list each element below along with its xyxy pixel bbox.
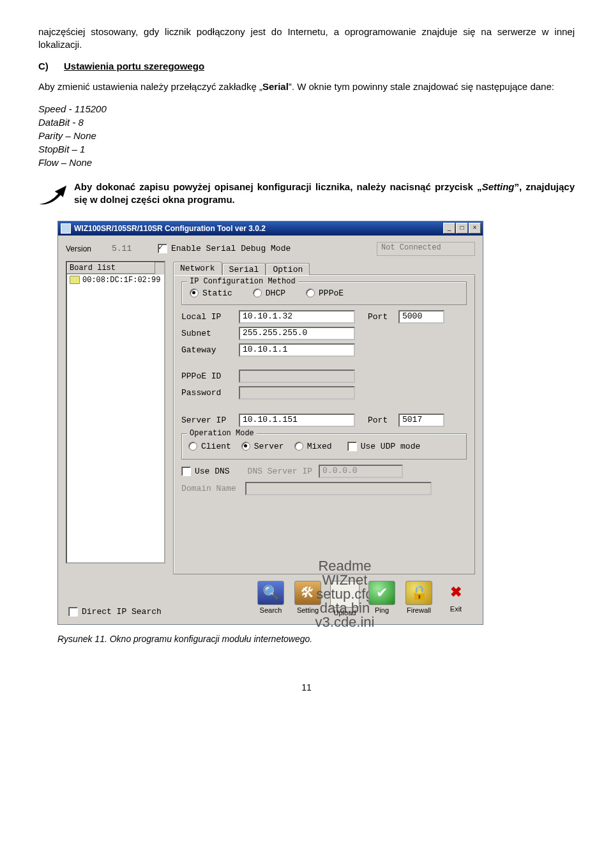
section-heading: C) Ustawienia portu szeregowego — [38, 61, 575, 71]
tab-network[interactable]: Network — [173, 262, 222, 275]
input-password[interactable] — [239, 386, 355, 400]
exit-icon: ✖ — [443, 581, 469, 604]
tab-panel-network: IP Configuration Method Static DHCP PPPo… — [173, 274, 475, 574]
radio-server-label: Server — [254, 442, 284, 451]
group-operation-mode: Operation Mode Client Server Mixed Use U… — [181, 433, 467, 460]
search-label: Search — [254, 606, 287, 614]
label-pppoe-id: PPPoE ID — [181, 371, 239, 381]
board-list-item[interactable]: 00:08:DC:1F:02:99 — [67, 274, 164, 286]
radio-dhcp-label: DHCP — [266, 288, 285, 298]
enable-debug-checkbox[interactable]: Enable Serial Debug Mode — [158, 244, 291, 253]
radio-icon — [253, 288, 262, 297]
search-button[interactable]: 🔍 Search — [254, 581, 287, 617]
ping-icon: ✔ — [368, 581, 395, 605]
radio-mixed-label: Mixed — [307, 442, 332, 451]
exit-button[interactable]: ✖ Exit — [439, 581, 473, 617]
text-pre: Aby zmienić ustawienia należy przełączyć… — [38, 81, 262, 92]
checkbox-icon — [181, 467, 191, 476]
radio-icon — [190, 288, 199, 297]
checkbox-icon — [68, 607, 78, 617]
upload-icon: ReadmeWIZnetsetup.cfgdata.binv3.cde.ini — [330, 581, 359, 608]
label-server-ip: Server IP — [181, 415, 239, 425]
input-subnet[interactable]: 255.255.255.0 — [239, 327, 355, 340]
note-row: Aby dokonać zapisu powyżej opisanej konf… — [38, 181, 575, 207]
checkbox-icon — [158, 244, 167, 253]
setting-speed: Speed - 115200 — [38, 102, 575, 116]
setting-parity: Parity – None — [38, 129, 575, 142]
paragraph-intro: najczęściej stosowany, gdy licznik podłą… — [38, 26, 575, 52]
serial-settings-list: Speed - 115200 DataBit - 8 Parity – None… — [38, 102, 575, 169]
connection-status: Not Connected — [377, 242, 475, 256]
udp-label: Use UDP mode — [361, 442, 421, 451]
note-pre: Aby dokonać zapisu powyżej opisanej konf… — [74, 181, 482, 192]
radio-icon — [241, 442, 250, 451]
input-domain-name[interactable] — [245, 482, 432, 495]
input-dns-ip[interactable]: 0.0.0.0 — [319, 465, 403, 478]
window-title: WIZ100SR/105SR/110SR Configuration Tool … — [74, 224, 443, 233]
figure-caption: Rysunek 11. Okno programu konfiguracji m… — [57, 634, 575, 644]
app-icon — [61, 223, 71, 234]
checkbox-icon — [347, 442, 357, 451]
input-server-ip[interactable]: 10.10.1.151 — [239, 414, 355, 427]
label-local-ip: Local IP — [181, 312, 239, 322]
label-domain-name: Domain Name — [181, 484, 239, 493]
setting-databit: DataBit - 8 — [38, 116, 575, 129]
radio-pppoe-label: PPPoE — [319, 288, 344, 298]
input-server-port[interactable]: 5017 — [398, 414, 444, 427]
caption-rest: programu konfiguracji modułu internetowe… — [133, 634, 312, 644]
input-local-ip[interactable]: 10.10.1.32 — [239, 310, 355, 324]
board-list[interactable]: Board list 00:08:DC:1F:02:99 — [66, 261, 165, 564]
page-number: 11 — [38, 682, 575, 692]
board-list-header: Board list — [67, 262, 164, 274]
label-password: Password — [181, 388, 239, 398]
tabs: Network Serial Option — [173, 262, 475, 275]
radio-icon — [306, 288, 315, 297]
input-pppoe-id[interactable] — [239, 370, 355, 383]
setting-stopbit: StopBit – 1 — [38, 142, 575, 156]
arrow-icon — [38, 183, 68, 207]
version-value: 5.11 — [112, 244, 149, 253]
radio-static[interactable]: Static — [190, 288, 232, 298]
tab-option[interactable]: Option — [266, 263, 310, 275]
direct-ip-label: Direct IP Search — [82, 607, 162, 617]
radio-static-label: Static — [202, 288, 232, 298]
radio-server[interactable]: Server — [241, 442, 284, 451]
radio-client[interactable]: Client — [188, 442, 231, 451]
label-subnet: Subnet — [181, 329, 239, 338]
close-button[interactable]: × — [469, 223, 481, 234]
label-server-port: Port — [368, 415, 398, 425]
label-port: Port — [368, 312, 398, 322]
radio-icon — [294, 442, 303, 451]
checkbox-udp[interactable]: Use UDP mode — [347, 442, 421, 451]
radio-pppoe[interactable]: PPPoE — [306, 288, 344, 298]
debug-label: Enable Serial Debug Mode — [171, 244, 291, 253]
caption-pre: Rysunek 11. Okno — [57, 634, 133, 644]
version-label: Version — [66, 244, 103, 253]
group-ip-config: IP Configuration Method Static DHCP PPPo… — [181, 281, 467, 305]
board-icon — [70, 276, 80, 284]
setting-flow: Flow – None — [38, 156, 575, 169]
ping-label: Ping — [365, 606, 398, 614]
search-icon: 🔍 — [257, 581, 284, 605]
dns-checkbox-label: Use DNS — [195, 467, 230, 476]
ping-button[interactable]: ✔ Ping — [365, 581, 398, 617]
maximize-button[interactable]: □ — [456, 223, 468, 234]
checkbox-use-dns[interactable]: Use DNS — [181, 467, 230, 476]
note-text: Aby dokonać zapisu powyżej opisanej konf… — [74, 181, 575, 207]
radio-dhcp[interactable]: DHCP — [253, 288, 285, 298]
group-ip-title: IP Configuration Method — [187, 277, 298, 286]
upload-button[interactable]: ReadmeWIZnetsetup.cfgdata.binv3.cde.ini … — [328, 581, 361, 617]
firewall-button[interactable]: 🔒 Firewall — [402, 581, 435, 617]
firewall-icon: 🔒 — [405, 581, 432, 605]
minimize-button[interactable]: _ — [443, 223, 455, 234]
radio-client-label: Client — [201, 442, 231, 451]
input-gateway[interactable]: 10.10.1.1 — [239, 343, 355, 357]
section-title: Ustawienia portu szeregowego — [64, 61, 204, 71]
label-dns-server-ip: DNS Server IP — [248, 467, 312, 476]
tab-serial[interactable]: Serial — [222, 263, 266, 275]
checkbox-direct-ip[interactable]: Direct IP Search — [68, 607, 162, 617]
text-bold-serial: Serial — [262, 81, 289, 92]
text-post: ”. W oknie tym powinny stale znajdować s… — [289, 81, 554, 92]
radio-mixed[interactable]: Mixed — [294, 442, 332, 451]
input-local-port[interactable]: 5000 — [398, 310, 444, 324]
